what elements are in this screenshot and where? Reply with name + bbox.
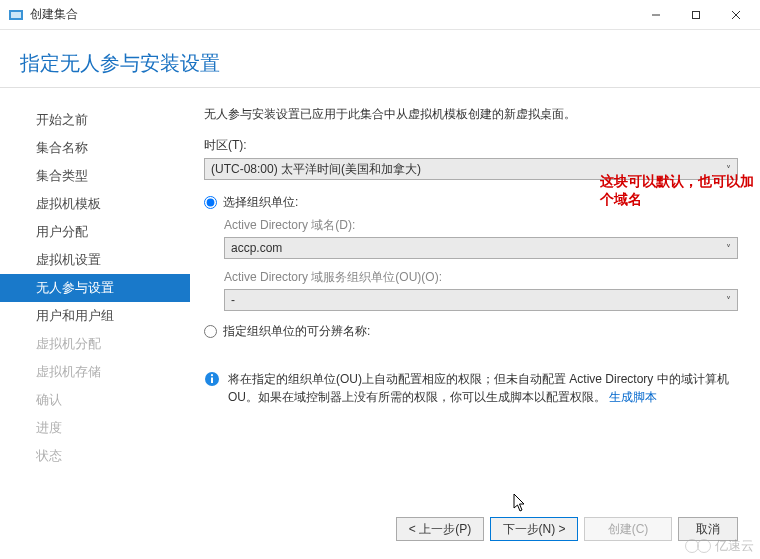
ad-ou-label: Active Directory 域服务组织单位(OU)(O): [224, 269, 738, 286]
create-button: 创建(C) [584, 517, 672, 541]
minimize-button[interactable] [636, 1, 676, 29]
sidebar-item-users-groups[interactable]: 用户和用户组 [0, 302, 190, 330]
next-button[interactable]: 下一步(N) > [490, 517, 578, 541]
svg-rect-7 [211, 378, 213, 384]
main-panel: 无人参与安装设置已应用于此集合中从虚拟机模板创建的新虚拟桌面。 时区(T): (… [190, 88, 760, 515]
ad-domain-label: Active Directory 域名(D): [224, 217, 738, 234]
sidebar-item-user-assignment[interactable]: 用户分配 [0, 218, 190, 246]
window-controls [636, 1, 756, 29]
info-icon [204, 371, 220, 387]
svg-rect-1 [11, 12, 21, 18]
ad-ou-dropdown[interactable]: - ˅ [224, 289, 738, 311]
sidebar-item-before-begin[interactable]: 开始之前 [0, 106, 190, 134]
previous-button[interactable]: < 上一步(P) [396, 517, 484, 541]
watermark: 亿速云 [685, 537, 754, 555]
close-button[interactable] [716, 1, 756, 29]
sidebar-item-vm-settings[interactable]: 虚拟机设置 [0, 246, 190, 274]
wizard-sidebar: 开始之前 集合名称 集合类型 虚拟机模板 用户分配 虚拟机设置 无人参与设置 用… [0, 88, 190, 515]
generate-script-link[interactable]: 生成脚本 [609, 390, 657, 404]
page-title: 指定无人参与安装设置 [0, 30, 760, 88]
sidebar-item-confirmation: 确认 [0, 386, 190, 414]
sidebar-item-status: 状态 [0, 442, 190, 470]
info-block: 将在指定的组织单位(OU)上自动配置相应的权限；但未自动配置 Active Di… [204, 370, 738, 406]
chevron-down-icon: ˅ [726, 243, 731, 254]
ad-ou-value: - [231, 293, 235, 307]
sidebar-item-unattended[interactable]: 无人参与设置 [0, 274, 190, 302]
sidebar-item-progress: 进度 [0, 414, 190, 442]
sidebar-item-vm-storage: 虚拟机存储 [0, 358, 190, 386]
chevron-down-icon: ˅ [726, 295, 731, 306]
description-text: 无人参与安装设置已应用于此集合中从虚拟机模板创建的新虚拟桌面。 [204, 106, 738, 123]
sidebar-item-vm-template[interactable]: 虚拟机模板 [0, 190, 190, 218]
svg-point-8 [211, 374, 213, 376]
radio-specify-dn[interactable] [204, 325, 217, 338]
radio-specify-dn-label: 指定组织单位的可分辨名称: [223, 323, 370, 340]
sidebar-item-vm-allocation: 虚拟机分配 [0, 330, 190, 358]
ad-domain-dropdown[interactable]: accp.com ˅ [224, 237, 738, 259]
svg-rect-3 [693, 11, 700, 18]
titlebar: 创建集合 [0, 0, 760, 30]
watermark-text: 亿速云 [715, 537, 754, 555]
info-text: 将在指定的组织单位(OU)上自动配置相应的权限；但未自动配置 Active Di… [228, 370, 734, 406]
timezone-label: 时区(T): [204, 137, 738, 154]
sidebar-item-collection-name[interactable]: 集合名称 [0, 134, 190, 162]
timezone-value: (UTC-08:00) 太平洋时间(美国和加拿大) [211, 161, 421, 178]
sidebar-item-collection-type[interactable]: 集合类型 [0, 162, 190, 190]
radio-select-ou-label: 选择组织单位: [223, 194, 298, 211]
ad-domain-value: accp.com [231, 241, 282, 255]
app-icon [8, 7, 24, 23]
window-title: 创建集合 [30, 6, 636, 23]
annotation-text: 这块可以默认，也可以加个域名 [600, 173, 760, 209]
maximize-button[interactable] [676, 1, 716, 29]
radio-select-ou[interactable] [204, 196, 217, 209]
radio-specify-dn-row[interactable]: 指定组织单位的可分辨名称: [204, 323, 738, 340]
